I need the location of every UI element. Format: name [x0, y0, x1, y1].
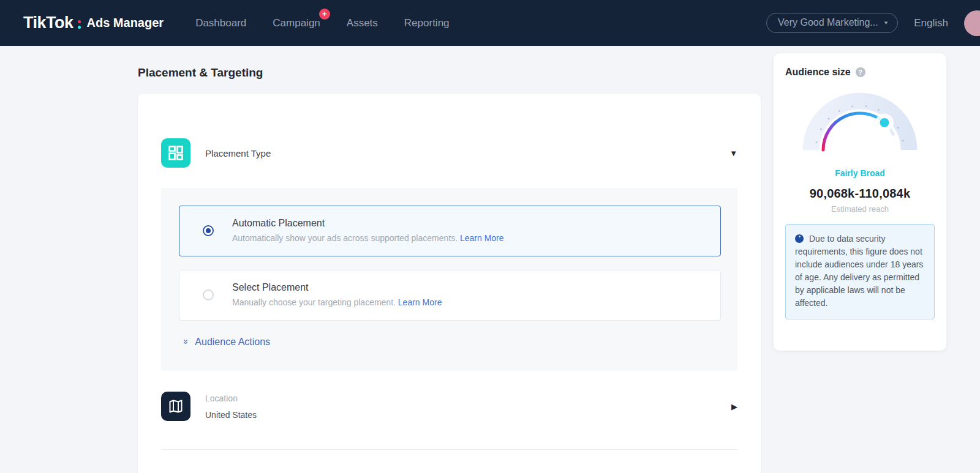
help-question-icon[interactable]: ?: [856, 67, 865, 77]
nav-item-campaign[interactable]: Campaign +: [271, 13, 322, 33]
location-value: United States: [205, 410, 257, 420]
audience-gauge: [785, 86, 935, 158]
audience-actions-label: Audience Actions: [195, 337, 270, 348]
location-label: Location: [205, 393, 257, 403]
automatic-placement-title: Automatic Placement: [232, 218, 504, 229]
select-learn-more-link[interactable]: Learn More: [398, 297, 442, 307]
primary-nav: Dashboard Campaign + Assets Reporting: [194, 13, 450, 33]
radio-selected-icon[interactable]: [203, 225, 214, 236]
select-placement-desc: Manually choose your targeting placement…: [232, 297, 442, 307]
audience-size-card: Audience size ?: [774, 53, 946, 351]
nav-item-reporting[interactable]: Reporting: [403, 13, 451, 33]
double-chevron-icon: »: [181, 339, 192, 344]
chevron-down-icon: ▾: [884, 20, 888, 26]
avatar[interactable]: [964, 10, 980, 36]
option-select-placement[interactable]: Select Placement Manually choose your ta…: [179, 270, 721, 321]
section-divider: [161, 449, 737, 450]
nav-item-campaign-label: Campaign: [273, 17, 320, 29]
audience-level-badge: Fairly Broad: [785, 168, 935, 178]
page-title: Placement & Targeting: [138, 46, 761, 80]
tiktok-wordmark: TikTok: [23, 13, 74, 32]
gauge-indicator-dot: [880, 118, 889, 127]
select-placement-desc-text: Manually choose your targeting placement…: [232, 297, 396, 307]
account-name: Very Good Marketing...: [778, 17, 878, 28]
top-nav: TikTok Ads Manager Dashboard Campaign + …: [0, 0, 980, 46]
collapse-caret-icon[interactable]: ▼: [729, 149, 737, 158]
expand-caret-icon[interactable]: ▶: [731, 402, 737, 411]
nav-right-group: Very Good Marketing... ▾ English: [766, 10, 980, 36]
campaign-plus-badge[interactable]: +: [319, 9, 330, 20]
placement-options-panel: Automatic Placement Automatically show y…: [161, 188, 737, 371]
info-icon: [795, 234, 804, 243]
radio-unselected-icon[interactable]: [203, 289, 214, 300]
automatic-placement-desc: Automatically show your ads across suppo…: [232, 233, 504, 243]
audience-actions-toggle[interactable]: » Audience Actions: [184, 337, 270, 348]
tiktok-logo[interactable]: TikTok Ads Manager: [23, 13, 164, 32]
estimated-reach-caption: Estimated reach: [785, 204, 935, 214]
estimated-reach-value: 90,068k-110,084k: [785, 187, 935, 201]
placement-type-label: Placement Type: [205, 148, 271, 158]
language-selector[interactable]: English: [914, 17, 948, 29]
data-security-notice: Due to data security requirements, this …: [785, 224, 935, 319]
ads-manager-label: Ads Manager: [87, 16, 164, 30]
placement-targeting-card: Placement Type ▼ Automatic Placement Aut…: [138, 94, 761, 473]
placement-type-row[interactable]: Placement Type ▼: [161, 94, 737, 168]
select-placement-title: Select Placement: [232, 282, 442, 293]
map-icon: [161, 392, 190, 421]
nav-item-dashboard[interactable]: Dashboard: [194, 13, 247, 33]
tiktok-colon-icon: [78, 20, 81, 29]
content-area: Placement & Targeting Placement Type ▼: [0, 46, 980, 473]
audience-size-title: Audience size: [785, 67, 851, 78]
notice-text: Due to data security requirements, this …: [795, 234, 923, 308]
placement-grid-icon: [161, 138, 190, 168]
main-column: Placement & Targeting Placement Type ▼: [138, 46, 761, 473]
nav-item-assets[interactable]: Assets: [345, 13, 379, 33]
automatic-learn-more-link[interactable]: Learn More: [460, 233, 504, 243]
automatic-placement-desc-text: Automatically show your ads across suppo…: [232, 233, 458, 243]
account-selector[interactable]: Very Good Marketing... ▾: [766, 13, 898, 33]
location-row[interactable]: Location United States ▶: [161, 392, 737, 421]
option-automatic-placement[interactable]: Automatic Placement Automatically show y…: [179, 206, 721, 256]
